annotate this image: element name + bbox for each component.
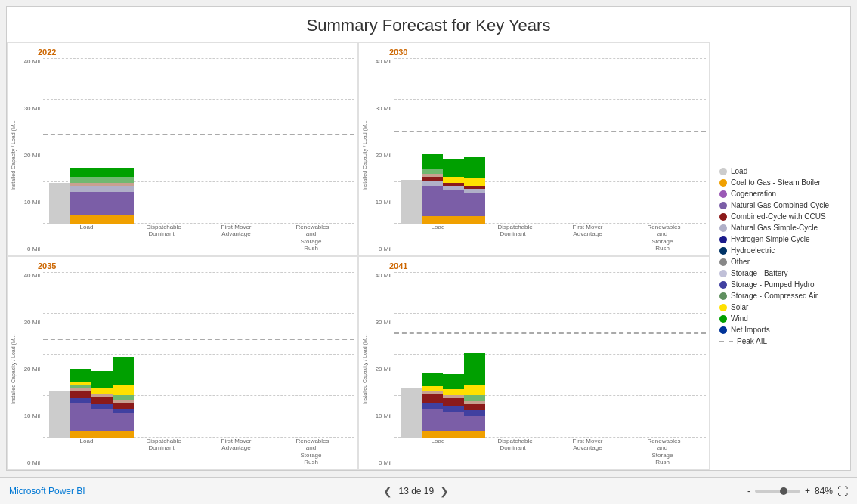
bar-segment-0 <box>464 216 485 224</box>
bars-container-2041: LoadDispatchableDominantFirst MoverAdvan… <box>394 272 706 466</box>
y-axis-label: 0 Mil <box>27 246 40 252</box>
bar-stack-3 <box>113 357 134 438</box>
legend-dot <box>719 270 727 277</box>
bar-stack-1 <box>422 154 443 224</box>
x-axis-2035: LoadDispatchableDominantFirst MoverAdvan… <box>43 438 354 466</box>
x-label: Load <box>72 438 102 466</box>
bar-group-0 <box>49 183 70 224</box>
x-label: DispatchableDominant <box>147 224 177 252</box>
charts-area: 2022Installed Capacity / Load (M...40 Mi… <box>7 42 850 470</box>
y-axis-label: 10 Mil <box>24 413 40 419</box>
zoom-minus[interactable]: - <box>747 486 750 496</box>
y-axis-label: 0 Mil <box>379 459 391 466</box>
bar-group-1 <box>422 373 443 438</box>
bar-segment-3 <box>443 398 464 406</box>
x-label: Load <box>423 224 453 252</box>
bar-stack-3 <box>464 353 485 438</box>
x-label: DispatchableDominant <box>498 224 528 252</box>
bar-group-1 <box>70 369 91 438</box>
bar-segment-1 <box>443 412 464 431</box>
bar-segment-6 <box>422 373 443 386</box>
bar-segment-7 <box>113 357 134 385</box>
legend-item: Hydrogen Simple Cycle <box>719 235 844 243</box>
bar-segment-3 <box>422 394 443 403</box>
x-label: Renewables andStorage Rush <box>648 438 678 466</box>
y-axis-label: 10 Mil <box>376 199 391 206</box>
y-axis-title: Installed Capacity / Load (M... <box>11 58 16 252</box>
bar-segment-4 <box>464 178 485 186</box>
prev-page-button[interactable]: ❮ <box>383 485 392 497</box>
legend-label: Coal to Gas - Steam Boiler <box>731 178 821 187</box>
legend-dot <box>719 326 727 334</box>
bar-group-2 <box>443 374 464 438</box>
bar-segment-5 <box>113 168 134 177</box>
bar-group-2 <box>443 159 464 224</box>
bars-container-2030: LoadDispatchableDominantFirst MoverAdvan… <box>394 58 706 252</box>
bar-segment-0 <box>91 215 113 224</box>
bars-and-grid-2041 <box>394 272 706 438</box>
bar-segment-6 <box>422 154 443 169</box>
legend-item: Load <box>719 167 844 175</box>
legend-dot <box>719 179 727 187</box>
bar-group-0 <box>49 391 70 438</box>
legend-label: Combined-Cycle with CCUS <box>731 212 826 221</box>
y-axis-label: 20 Mil <box>376 366 391 373</box>
bar-group-0 <box>401 180 422 224</box>
bar-stack-0 <box>49 183 70 224</box>
next-page-button[interactable]: ❯ <box>440 485 449 497</box>
bar-segment-7 <box>70 369 91 382</box>
x-label: Renewables andStorage Rush <box>296 438 326 466</box>
bar-stack-0 <box>401 180 422 224</box>
page-info: 13 de 19 <box>398 486 434 496</box>
legend-item: Hydroelectric <box>719 246 844 255</box>
x-axis-2030: LoadDispatchableDominantFirst MoverAdvan… <box>394 224 706 252</box>
bar-stack-2 <box>443 159 464 224</box>
bar-stack-3 <box>113 168 134 224</box>
bar-segment-5 <box>91 168 113 177</box>
legend-label: Wind <box>731 314 748 323</box>
zoom-level: 84% <box>815 486 833 496</box>
bar-segment-5 <box>464 157 485 178</box>
y-axis-2022: 40 Mil30 Mil20 Mil10 Mil0 Mil <box>16 58 43 252</box>
bar-segment-0 <box>443 431 464 438</box>
bars-and-grid-2035 <box>43 272 354 438</box>
chart-cell-2022: 2022Installed Capacity / Load (M...40 Mi… <box>7 42 358 256</box>
chart-year-2035: 2035 <box>38 261 354 271</box>
bar-segment-5 <box>443 159 464 177</box>
bar-segment-1 <box>422 409 443 431</box>
legend-item: Coal to Gas - Steam Boiler <box>719 178 844 187</box>
y-axis-2041: 40 Mil30 Mil20 Mil10 Mil0 Mil <box>367 272 394 466</box>
legend-item: Natural Gas Combined-Cycle <box>719 201 844 209</box>
bar-stack-1 <box>70 369 91 438</box>
legend-dot <box>719 190 727 198</box>
legend-dot <box>719 213 727 221</box>
zoom-plus[interactable]: + <box>805 486 810 496</box>
bars-row-2022 <box>43 58 140 224</box>
y-axis-label: 30 Mil <box>376 105 391 112</box>
bar-group-0 <box>401 388 422 438</box>
bar-segment-3 <box>464 404 485 410</box>
chart-inner-2022: Installed Capacity / Load (M...40 Mil30 … <box>11 58 354 252</box>
legend-label: Storage - Battery <box>731 269 788 277</box>
bar-segment-0 <box>422 216 443 224</box>
legend-label: Storage - Compressed Air <box>731 292 818 300</box>
y-axis-2035: 40 Mil30 Mil20 Mil10 Mil0 Mil <box>16 272 43 466</box>
legend-item: Storage - Battery <box>719 269 844 277</box>
bar-segment-0 <box>401 180 422 224</box>
x-label: First MoverAdvantage <box>573 438 603 466</box>
legend-dot <box>719 281 727 289</box>
chart-cell-2041: 2041Installed Capacity / Load (M...40 Mi… <box>358 256 710 470</box>
bar-segment-3 <box>70 391 91 398</box>
chart-cell-2030: 2030Installed Capacity / Load (M...40 Mi… <box>358 42 710 256</box>
fit-page-icon[interactable]: ⛶ <box>837 485 848 497</box>
bar-segment-5 <box>464 395 485 401</box>
legend-item: Net Imports <box>719 326 844 334</box>
bars-row-2041 <box>394 272 491 438</box>
zoom-slider[interactable] <box>755 490 800 493</box>
powerbi-link[interactable]: Microsoft Power BI <box>9 486 85 496</box>
legend-label: Net Imports <box>731 326 770 334</box>
bar-segment-2 <box>113 186 134 192</box>
x-axis-2022: LoadDispatchableDominantFirst MoverAdvan… <box>43 224 354 252</box>
chart-year-2030: 2030 <box>389 48 706 57</box>
x-label: Renewables andStorage Rush <box>648 224 678 252</box>
